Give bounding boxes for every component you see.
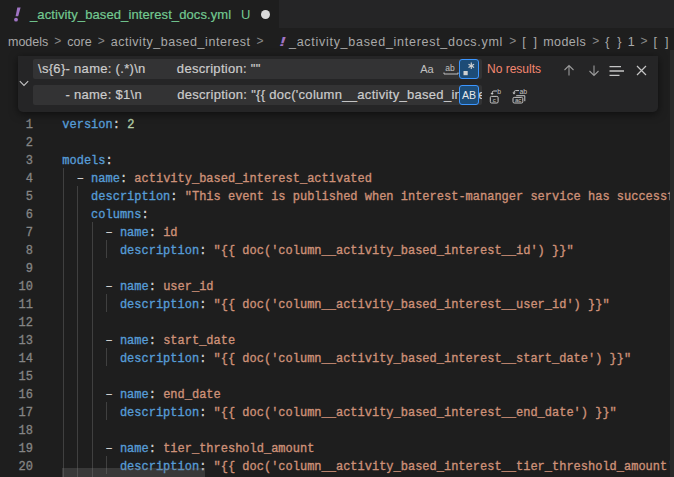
svg-text:c: c <box>493 97 496 103</box>
svg-text:b: b <box>497 88 501 95</box>
svg-text:ab: ab <box>445 63 455 73</box>
svg-text:ab: ab <box>520 88 528 95</box>
svg-text:ac: ac <box>515 97 521 103</box>
